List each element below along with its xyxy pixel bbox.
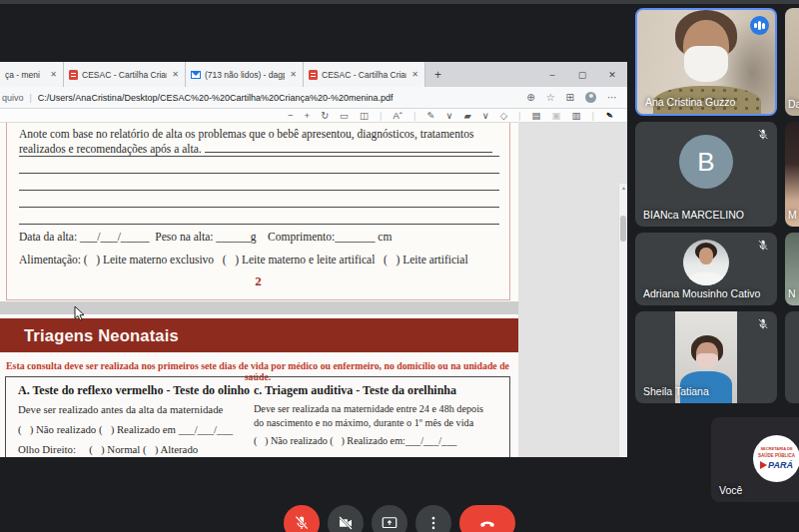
section-title: Triagens Neonatais [24, 326, 179, 345]
more-options-button[interactable] [415, 505, 451, 532]
browser-tab-bar: ça - meni ✕ CESAC - Cartilha Criança - m… [0, 62, 627, 87]
pin-toolbar-icon[interactable]: ✒ [603, 109, 616, 122]
address-prefix: quivo [2, 93, 24, 103]
rotate-icon[interactable]: ↻ [321, 111, 329, 121]
blank-write-line [19, 224, 499, 225]
fit-page-icon[interactable]: ▭ [340, 111, 349, 121]
participant-tile-partial-n[interactable]: N [785, 233, 799, 305]
window-close-button[interactable]: ✕ [597, 62, 627, 87]
participant-name: Adriana Mousinho Cativo [643, 287, 760, 299]
divider-icon: | [413, 111, 415, 121]
blank-write-line [19, 173, 499, 174]
print-icon[interactable]: ▤ [532, 111, 541, 121]
scroll-up-arrow[interactable]: ▲ [620, 186, 627, 191]
participant-name: M [788, 209, 797, 221]
participant-tile-partial[interactable] [785, 311, 799, 403]
pdf-file-icon [309, 70, 318, 80]
test-c-line: do nascimento e no máximo, durante o 1º … [254, 417, 473, 428]
tab-label: ça - meni [5, 70, 45, 80]
discharge-form-box: Anote com base no relatório de alta os p… [6, 123, 510, 300]
zoom-out-icon[interactable]: − [288, 111, 294, 121]
mic-off-icon [756, 317, 770, 331]
divider-icon: | [518, 111, 520, 121]
mouse-cursor [74, 305, 86, 326]
present-screen-button[interactable] [372, 505, 407, 532]
address-bar-icons: ⊕☆⊞⋯ [526, 92, 627, 103]
pdf-page-2: Anote com base no relatório de alta os p… [0, 123, 518, 301]
sespa-para-logo: SECRETARIA DE SAÚDE PÚBLICA PARÁ [753, 435, 799, 482]
divider-icon: | [380, 111, 382, 121]
collections-icon[interactable]: ⊞ [566, 92, 574, 103]
address-separator: | [30, 93, 32, 103]
pdf-page-3: Triagens Neonatais Esta consulta deve se… [0, 314, 518, 457]
participant-name: Sheila Tatiana [643, 385, 709, 397]
camera-off-button[interactable] [328, 505, 364, 532]
address-bar[interactable]: quivo | C:/Users/AnaCristina/Desktop/CES… [0, 87, 627, 109]
profile-icon[interactable] [585, 92, 596, 103]
tab-label: CESAC - Cartilha Criança - meni [322, 70, 406, 80]
test-c-line: Deve ser realizada na maternidade entre … [254, 403, 483, 414]
save-as-icon[interactable]: ▥ [571, 111, 580, 121]
avatar [683, 240, 729, 285]
scrollbar-thumb[interactable] [620, 216, 626, 242]
page-view-icon[interactable]: ◫ [360, 111, 369, 121]
browser-tab-3[interactable]: (713 não lidos) - dagp_crianca@ ✕ [186, 62, 304, 87]
blank-write-line [19, 207, 499, 208]
blank-write-line [19, 156, 499, 157]
participant-name: BIANca MARCELINO [643, 209, 744, 221]
test-a-line: ( ) Não realizado ( ) Realizado em ___/_… [18, 423, 233, 435]
zoom-in-icon[interactable]: + [305, 111, 311, 121]
draw-icon[interactable]: ✎ [427, 111, 435, 121]
tab-label: (713 não lidos) - dagp_crianca@ [205, 70, 285, 80]
favorites-icon[interactable]: ☆ [546, 92, 555, 103]
test-a-line: Deve ser realizado antes da alta da mate… [18, 403, 223, 415]
address-url[interactable]: C:/Users/AnaCristina/Desktop/CESAC%20-%2… [38, 93, 394, 103]
erase-icon[interactable]: ◇ [500, 111, 507, 121]
self-view-tile[interactable]: SECRETARIA DE SAÚDE PÚBLICA PARÁ Você [711, 417, 799, 502]
face-mask [696, 353, 718, 368]
page-zoom-icon[interactable]: ⊕ [526, 92, 534, 103]
new-tab-button[interactable]: + [425, 62, 450, 87]
browser-menu-icon[interactable]: ⋯ [607, 92, 617, 103]
minimize-button[interactable]: – [537, 62, 567, 87]
pdf-scrollbar[interactable]: ▲ [618, 184, 627, 457]
participant-name: Da [788, 98, 799, 110]
test-c-line: Testes: ( ) Emissão Otoacústica Evocada [254, 455, 423, 457]
highlight-icon[interactable]: ▰ [463, 111, 470, 121]
participant-name: Ana Cristina Guzzo [645, 96, 735, 108]
intro-text-line2: realizados e recomendações após a alta. [19, 143, 500, 155]
mic-off-button[interactable] [284, 505, 320, 532]
browser-tab-4[interactable]: CESAC - Cartilha Criança - meni ✕ [304, 62, 425, 87]
pdf-toolbar-icons: −+↻▭◫|Aˆ|✎∨▰∨◇|▤▣▥|✒ [288, 109, 613, 123]
screen-share-browser: ça - meni ✕ CESAC - Cartilha Criança - m… [0, 62, 627, 457]
screening-tests-box: A. Teste do reflexo vermelho - Teste do … [5, 376, 510, 457]
end-call-button[interactable] [459, 505, 515, 532]
participant-tile-adriana[interactable]: Adriana Mousinho Cativo [635, 233, 777, 305]
participant-tile-bianca[interactable]: B BIANca MARCELINO [635, 122, 777, 227]
highlight-dropdown-icon[interactable]: ∨ [482, 111, 489, 121]
participant-tile-ana[interactable]: Ana Cristina Guzzo [635, 8, 777, 116]
maximize-button[interactable]: ▢ [567, 62, 597, 87]
draw-dropdown-icon[interactable]: ∨ [445, 111, 452, 121]
test-a-line: Olho Direito: ( ) Normal ( ) Alterado [18, 443, 198, 455]
close-icon[interactable]: ✕ [49, 70, 58, 79]
save-icon[interactable]: ▣ [551, 111, 560, 121]
pdf-toolbar: −+↻▭◫|Aˆ|✎∨▰∨◇|▤▣▥|✒ [0, 109, 627, 123]
participant-tile-sheila[interactable]: Sheila Tatiana [635, 311, 777, 403]
participant-tile-partial-m[interactable]: M [785, 122, 799, 227]
close-icon[interactable]: ✕ [410, 70, 419, 79]
test-c-title: c. Triagem auditiva - Teste da orelhinha [254, 383, 456, 398]
meeting-control-bar [0, 505, 799, 532]
pdf-file-icon [69, 70, 78, 80]
close-icon[interactable]: ✕ [171, 70, 180, 79]
browser-tab-2[interactable]: CESAC - Cartilha Criança - meni ✕ [64, 62, 186, 87]
close-icon[interactable]: ✕ [289, 70, 298, 79]
participant-tile-partial-da[interactable]: Da [785, 8, 799, 116]
browser-tab-1[interactable]: ça - meni ✕ [0, 62, 64, 87]
mic-off-icon [756, 128, 770, 142]
feeding-options-line: Alimentação: ( ) Leite materno exclusivo… [19, 254, 468, 266]
participant-name: N [788, 287, 796, 299]
read-aloud-icon[interactable]: Aˆ [394, 111, 403, 121]
test-c-line: ( ) Não realizado ( ) Realizado em:___/_… [254, 435, 456, 446]
flag-triangle [760, 461, 767, 469]
